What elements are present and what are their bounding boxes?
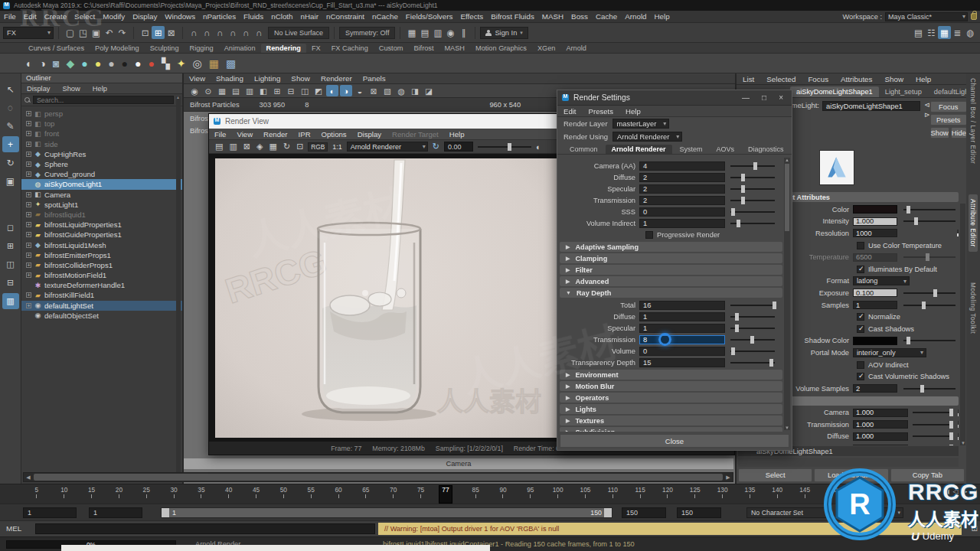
frame-tick[interactable]: 95 (517, 486, 544, 503)
shadow-color-swatch[interactable] (853, 337, 897, 345)
frame-tick[interactable]: 105 (572, 486, 599, 503)
shelf-tab[interactable]: Bifrost (408, 44, 439, 53)
shelf-tab[interactable]: MASH (439, 44, 470, 53)
save-scene-icon[interactable]: ▣ (90, 26, 103, 39)
attribute-editor-button[interactable]: Load Attributes (814, 468, 888, 482)
map-button-icon[interactable] (958, 421, 959, 428)
menu-item[interactable]: Select (70, 12, 99, 21)
outliner-item[interactable]: aiSkyDomeLight1 (21, 179, 182, 189)
frame-tick[interactable]: 110 (599, 486, 626, 503)
tool-settings-icon[interactable]: ◍ (964, 26, 977, 39)
rgb-channel-button[interactable]: RGB (308, 142, 328, 152)
refresh-icon[interactable]: ↻ (433, 142, 439, 152)
viewport-grid-icon[interactable]: ▦ (216, 85, 228, 96)
script-editor-icon[interactable]: ⊞ (972, 524, 978, 533)
frame-tick[interactable]: 100 (544, 486, 572, 503)
menu-item[interactable]: Arnold (621, 12, 650, 21)
samples-slider[interactable] (903, 301, 956, 310)
expand-toggle-icon[interactable] (26, 222, 31, 227)
outliner-item[interactable]: textureDeformerHandle1 (21, 280, 182, 290)
viewport-gate-mask-icon[interactable]: ◧ (257, 85, 270, 96)
menu-item[interactable]: Help (651, 12, 674, 21)
rv-snapshot-icon[interactable]: ⊡ (296, 142, 303, 152)
viewport-lights-icon[interactable]: ◒ (354, 85, 366, 96)
step-back-icon[interactable]: ◀ (944, 487, 949, 495)
visibility-field[interactable]: 1.000 (853, 432, 908, 441)
render-settings-scrollbar[interactable] (784, 158, 790, 430)
shelf-tab[interactable]: FX Caching (326, 44, 374, 53)
teal-sphere-shelf-icon[interactable]: ● (81, 58, 87, 69)
scroll-left-icon[interactable]: ◀ (24, 473, 33, 481)
value-field[interactable]: 0 (639, 207, 725, 217)
frame-tick[interactable]: 150 (818, 486, 846, 503)
viewport-safe-title-icon[interactable]: ◫ (299, 85, 311, 96)
visibility-field[interactable]: 1.000 (853, 420, 908, 429)
value-slider[interactable] (730, 324, 775, 333)
section-header[interactable]: Operators (560, 393, 782, 403)
focus-button[interactable]: Focus (930, 101, 967, 112)
menu-item[interactable]: Bifrost Fluids (487, 12, 538, 21)
map-button-icon[interactable] (958, 409, 959, 416)
render-settings-icon[interactable]: ◉ (444, 26, 457, 39)
menu-item[interactable]: nParticles (199, 12, 240, 21)
visibility-slider[interactable] (913, 420, 952, 429)
expand-toggle-icon[interactable] (26, 232, 31, 237)
ipr-shelf-icon[interactable]: ◑ (39, 58, 45, 69)
checker-shelf-icon[interactable]: ▚ (162, 58, 170, 69)
play-forwards-icon[interactable]: ▶ (962, 487, 968, 495)
snap-surface-icon[interactable]: ∩ (240, 26, 253, 39)
outliner-item[interactable]: front (21, 129, 182, 139)
layout-two-pane-icon[interactable]: ◫ (2, 256, 19, 272)
visibility-field[interactable]: 1.000 (853, 445, 908, 445)
intensity-slider[interactable] (903, 217, 956, 226)
value-slider[interactable] (730, 173, 775, 182)
rv-render-region-icon[interactable]: ▦ (270, 142, 277, 152)
range-start-handle[interactable] (162, 508, 169, 517)
value-slider[interactable] (730, 161, 775, 171)
frame-tick[interactable]: 20 (105, 486, 132, 503)
section-header[interactable]: Textures (560, 416, 782, 425)
black-sphere-shelf-icon[interactable]: ● (122, 58, 128, 69)
shelf-tab[interactable]: Motion Graphics (470, 44, 532, 53)
section-header[interactable]: Environment (560, 370, 782, 380)
expand-toggle-icon[interactable] (26, 262, 31, 268)
presets-button[interactable]: Presets (930, 114, 967, 126)
select-object-icon[interactable]: ⊞ (152, 26, 165, 39)
value-field[interactable]: 1 (639, 312, 725, 321)
sign-in-button[interactable]: Sign In ▾ (480, 27, 528, 39)
render-layer-dropdown[interactable]: masterLayer (612, 119, 670, 129)
layout-single-pane-icon[interactable]: ◻ (2, 220, 19, 236)
intensity-field[interactable]: 1.000 (853, 217, 897, 226)
frame-tick[interactable]: 70 (380, 486, 407, 503)
viewport-resolution-gate-icon[interactable]: ▥ (243, 85, 256, 96)
anim-layer-dropdown[interactable]: No Anim La (839, 507, 903, 518)
playback-start-field[interactable]: 1 (89, 507, 142, 518)
frame-tick[interactable]: 130 (709, 486, 737, 503)
light-shelf-icon[interactable]: ✦ (177, 58, 186, 69)
menu-item[interactable]: Edit (20, 12, 41, 21)
redo-icon[interactable]: ↷ (116, 26, 129, 39)
menu-set-dropdown[interactable]: FX (3, 27, 54, 39)
gray-sphere-shelf-icon[interactable]: ● (108, 58, 114, 69)
frame-tick[interactable]: 75 (407, 486, 435, 503)
renderer-dropdown[interactable]: Arnold Renderer (347, 142, 428, 152)
expand-toggle-icon[interactable] (26, 192, 31, 197)
exposure-field[interactable]: 0.100 (853, 289, 897, 297)
expand-toggle-icon[interactable] (26, 161, 31, 167)
scroll-right-icon[interactable]: ▶ (724, 473, 733, 481)
rv-open-image-icon[interactable]: ▤ (215, 142, 223, 152)
shelf-tab[interactable]: Curves / Surfaces (23, 44, 90, 53)
attribute-editor-menu-item[interactable]: Show (878, 75, 910, 83)
render-settings-title-bar[interactable]: Render Settings — □ × (557, 90, 792, 106)
character-set-dropdown[interactable]: No Character Set (746, 507, 832, 518)
outliner-item[interactable]: bifrostEmitterProps1 (21, 250, 182, 260)
expand-toggle-icon[interactable] (26, 131, 31, 136)
select-hierarchy-icon[interactable]: ⊡ (139, 26, 152, 39)
frame-tick[interactable]: 140 (763, 486, 791, 503)
volume-samples-slider[interactable] (903, 384, 956, 393)
frame-tick[interactable]: 25 (132, 486, 160, 503)
render-view-menu-item[interactable]: Render (258, 130, 292, 139)
render-current-frame-icon[interactable]: ▤ (418, 26, 431, 39)
no-live-surface-button[interactable]: No Live Surface (268, 27, 329, 39)
expand-toggle-icon[interactable] (26, 303, 31, 308)
